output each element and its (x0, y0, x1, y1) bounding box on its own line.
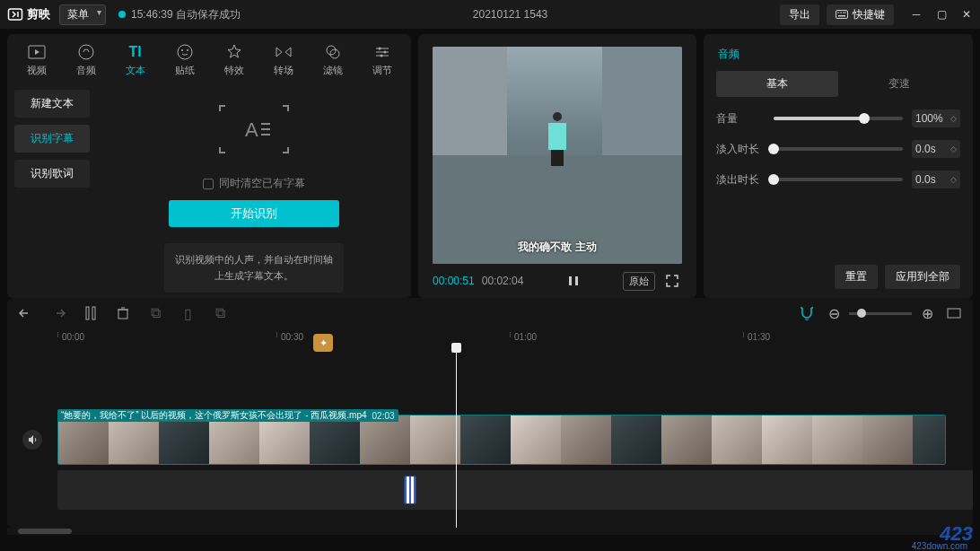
zoom-in-button[interactable]: ⊕ (919, 305, 935, 321)
timeline-scrollbar[interactable] (7, 528, 973, 535)
original-ratio-button[interactable]: 原始 (623, 272, 655, 291)
checkbox-icon (203, 179, 214, 189)
zoom-slider[interactable] (849, 312, 912, 315)
svg-point-8 (79, 45, 93, 59)
volume-label: 音量 (716, 111, 765, 127)
magnet-button[interactable] (799, 305, 815, 321)
fadeout-value[interactable]: 0.0s◇ (912, 171, 960, 188)
fadeout-label: 淡出时长 (716, 172, 765, 188)
props-tab-basic[interactable]: 基本 (716, 71, 838, 97)
effect-icon (225, 43, 243, 61)
delete-button[interactable] (115, 305, 131, 321)
tracks-area[interactable]: ✦ “她要的，我给不了” 以后的视频，这个俄罗斯女孩不会出现了 - 西瓜视频.m… (7, 348, 973, 528)
play-pause-button[interactable] (564, 271, 583, 291)
total-time: 00:02:04 (482, 275, 524, 287)
video-clip[interactable] (57, 415, 946, 465)
adjust-icon (373, 43, 391, 61)
fadein-value[interactable]: 0.0s◇ (912, 140, 960, 158)
time-ruler[interactable]: 00:00 00:30 01:00 01:30 (7, 328, 973, 348)
clip-name: “她要的，我给不了” 以后的视频，这个俄罗斯女孩不会出现了 - 西瓜视频.mp4 (61, 409, 367, 422)
timeline-toolbar: ⧉ ▯ ⧉ ⊖ ⊕ (7, 298, 973, 328)
recognize-panel: A 同时清空已有字幕 开始识别 识别视频中的人声，并自动在时间轴上生成字幕文本。 (97, 81, 411, 298)
shortcut-button[interactable]: 快捷键 (827, 4, 894, 25)
autosave-indicator-icon (118, 11, 126, 18)
effect-track: ✦ (7, 355, 973, 409)
side-recognize-sub[interactable]: 识别字幕 (14, 125, 90, 153)
clear-existing-checkbox[interactable]: 同时清空已有字幕 (203, 176, 305, 191)
audio-clip[interactable] (404, 476, 416, 504)
effect-chip[interactable]: ✦ (313, 334, 333, 352)
svg-rect-20 (86, 307, 89, 319)
fadein-slider[interactable] (774, 147, 903, 151)
apply-all-button[interactable]: 应用到全部 (885, 265, 960, 289)
close-button[interactable]: ✕ (960, 8, 973, 21)
export-button[interactable]: 导出 (780, 4, 819, 25)
split-button[interactable] (83, 305, 99, 321)
volume-slider[interactable] (774, 117, 903, 120)
minimize-button[interactable]: ─ (910, 8, 923, 21)
redo-button[interactable] (50, 305, 66, 321)
track-mute-button[interactable] (22, 430, 42, 450)
reset-button[interactable]: 重置 (835, 265, 878, 289)
audio-icon (77, 43, 95, 61)
tab-text[interactable]: TI文本 (111, 39, 159, 81)
autosave-time: 15:46:39 (131, 8, 173, 21)
tab-filter[interactable]: 滤镜 (309, 39, 356, 81)
video-clip-label: “她要的，我给不了” 以后的视频，这个俄罗斯女孩不会出现了 - 西瓜视频.mp4… (57, 409, 398, 422)
start-recognize-button[interactable]: 开始识别 (169, 200, 339, 227)
side-new-text[interactable]: 新建文本 (14, 90, 90, 118)
autosave-status: 15:46:39 自动保存成功 (131, 7, 241, 22)
app-name: 剪映 (27, 6, 50, 22)
menu-dropdown[interactable]: 菜单 (59, 4, 106, 25)
titlebar: 剪映 菜单 15:46:39 自动保存成功 20210121 1543 导出 快… (0, 0, 980, 29)
side-recognize-lyrics[interactable]: 识别歌词 (14, 160, 90, 188)
svg-rect-23 (948, 309, 960, 318)
keyboard-icon (836, 10, 848, 19)
svg-rect-22 (118, 310, 127, 319)
tab-effect[interactable]: 特效 (210, 39, 258, 81)
playhead[interactable] (456, 348, 457, 528)
tab-adjust[interactable]: 调节 (358, 39, 406, 81)
mark-out-button[interactable]: ⧉ (212, 305, 228, 321)
svg-point-13 (330, 49, 339, 58)
tab-transition[interactable]: 转场 (259, 39, 307, 81)
zoom-out-button[interactable]: ⊖ (826, 305, 842, 321)
svg-text:A: A (245, 118, 258, 141)
preview-viewport[interactable]: 我的确不敢 主动 (433, 47, 682, 264)
ruler-mark: 01:00 (510, 332, 537, 337)
volume-value[interactable]: 100%◇ (912, 109, 960, 127)
recognize-frame-icon: A (218, 102, 290, 156)
preview-panel: 我的确不敢 主动 00:00:51 00:02:04 原始 (418, 34, 696, 298)
timeline: ⧉ ▯ ⧉ ⊖ ⊕ 00:00 00:30 01:00 01:30 ✦ (0, 298, 980, 540)
zoom-fit-button[interactable] (946, 305, 962, 321)
fullscreen-button[interactable] (662, 271, 682, 291)
player-controls: 00:00:51 00:02:04 原始 (433, 264, 682, 291)
tab-sticker[interactable]: 贴纸 (161, 39, 208, 81)
props-tab-speed[interactable]: 变速 (838, 71, 960, 97)
svg-point-3 (837, 12, 839, 13)
svg-rect-21 (92, 307, 95, 319)
audio-track (7, 470, 973, 510)
clip-duration: 02:03 (372, 411, 395, 421)
tab-video[interactable]: 视频 (13, 39, 60, 81)
project-name[interactable]: 20210121 1543 (241, 8, 780, 21)
preview-subtitle: 我的确不敢 主动 (518, 240, 596, 255)
svg-point-10 (181, 49, 183, 51)
svg-point-6 (844, 12, 846, 13)
asset-tab-strip: 视频 音频 TI文本 贴纸 特效 转场 滤镜 调节 (7, 34, 411, 81)
svg-point-11 (187, 49, 188, 51)
ruler-mark: 01:30 (743, 332, 770, 337)
transition-icon (275, 43, 293, 61)
fadeout-slider[interactable] (774, 178, 903, 181)
maximize-button[interactable]: ▢ (935, 8, 948, 21)
clear-existing-label: 同时清空已有字幕 (219, 176, 305, 191)
filter-icon (324, 43, 342, 61)
tab-audio[interactable]: 音频 (62, 39, 109, 81)
svg-point-4 (840, 12, 842, 13)
mark-in-button[interactable]: ⧉ (147, 305, 163, 321)
text-icon: TI (127, 43, 144, 61)
fadein-label: 淡入时长 (716, 142, 765, 157)
mark-button[interactable]: ▯ (179, 305, 196, 321)
svg-rect-1 (836, 11, 848, 19)
undo-button[interactable] (18, 305, 34, 321)
